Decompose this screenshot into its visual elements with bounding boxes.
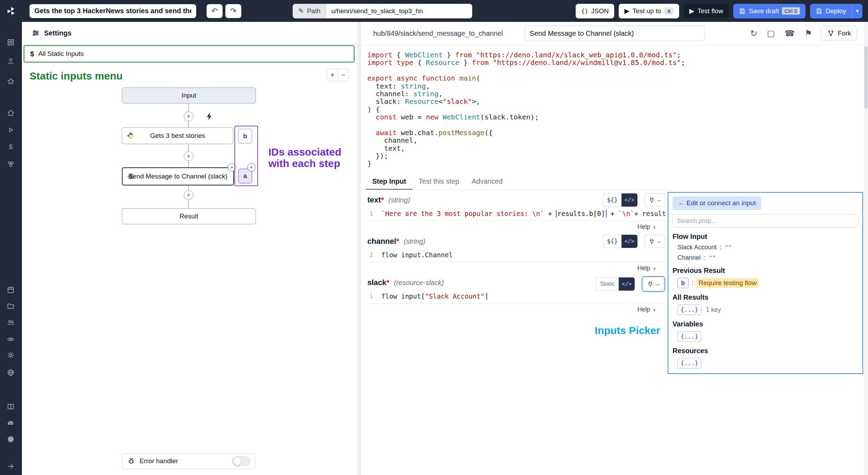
static-mode-button[interactable]: Static bbox=[596, 277, 619, 291]
groups-icon[interactable] bbox=[7, 318, 16, 327]
home-icon[interactable] bbox=[7, 109, 16, 118]
flag-icon[interactable]: ⚑ bbox=[804, 28, 812, 38]
node-move-handle[interactable]: + bbox=[228, 163, 236, 172]
prop-channel[interactable]: Channel : "" bbox=[677, 254, 858, 261]
variables-icon[interactable]: $ bbox=[7, 143, 16, 152]
result-node-label: Result bbox=[180, 212, 198, 220]
expand-icon[interactable]: ▢ bbox=[767, 28, 775, 38]
connect-input-button[interactable]: → bbox=[643, 277, 664, 291]
flow-node-result[interactable]: Result bbox=[122, 208, 256, 224]
error-handler[interactable]: Error handler bbox=[122, 453, 255, 469]
error-handler-toggle[interactable] bbox=[232, 456, 250, 466]
channel-expression-editor[interactable]: 1 flow_input.Channel bbox=[367, 251, 667, 262]
code-mode-button[interactable]: </> bbox=[619, 277, 635, 291]
expand-rail-arrow-icon[interactable] bbox=[7, 462, 16, 471]
user-icon[interactable] bbox=[7, 57, 16, 66]
redo-button[interactable]: ↷ bbox=[225, 4, 241, 18]
step-summary-input[interactable] bbox=[525, 26, 705, 41]
field-text-type: (string) bbox=[389, 196, 410, 204]
all-static-inputs-button[interactable]: $ All Static Inputs bbox=[25, 47, 353, 61]
deploy-group: Deploy ▾ bbox=[810, 4, 862, 18]
path-input[interactable] bbox=[326, 4, 472, 18]
help-link[interactable]: Help∨ bbox=[637, 223, 656, 231]
test-up-to-label: Test up to bbox=[633, 7, 661, 15]
windmill-logo[interactable] bbox=[0, 0, 22, 22]
deploy-button[interactable]: Deploy bbox=[810, 4, 852, 18]
flow-settings-header[interactable]: Settings bbox=[22, 22, 358, 44]
tab-step-input[interactable]: Step Input bbox=[366, 174, 412, 190]
insert-step-button[interactable]: + bbox=[184, 111, 193, 121]
audit-eye-icon[interactable] bbox=[7, 335, 16, 344]
help-link[interactable]: Help∨ bbox=[637, 265, 656, 272]
section-flow-input: Flow Input bbox=[673, 233, 858, 241]
trigger-bolt-icon[interactable] bbox=[205, 111, 215, 121]
workers-globe-icon[interactable] bbox=[7, 368, 16, 377]
save-draft-label: Save draft bbox=[749, 7, 779, 15]
resources-object-chip[interactable]: {...} bbox=[677, 358, 701, 368]
play-icon: ▶ bbox=[624, 7, 629, 15]
arrow-right-icon: → bbox=[656, 197, 662, 203]
undo-icon: ↶ bbox=[211, 7, 218, 15]
code-mode-button[interactable]: </> bbox=[621, 193, 637, 207]
json-button[interactable]: {} JSON bbox=[576, 4, 614, 18]
insert-step-button[interactable]: + bbox=[184, 151, 193, 161]
runs-icon[interactable] bbox=[7, 126, 16, 135]
scrollbar-track[interactable] bbox=[864, 22, 868, 475]
previous-result-b[interactable]: b : Require testing flow bbox=[677, 278, 858, 288]
flow-node-step-a[interactable]: Send Message to Channel (slack) bbox=[122, 167, 234, 185]
star-icon[interactable] bbox=[7, 77, 16, 86]
zoom-in-button[interactable]: + bbox=[327, 69, 338, 81]
flow-node-step-b[interactable]: Gets 3 best stories bbox=[122, 127, 233, 144]
text-expression-editor[interactable]: 1 `Here are the 3 most popular stories: … bbox=[367, 210, 667, 221]
node-move-handle[interactable]: + bbox=[247, 163, 256, 172]
resources-icon[interactable] bbox=[7, 160, 16, 169]
connect-input-button[interactable]: → bbox=[644, 235, 665, 248]
step-id-badge-b[interactable]: b bbox=[238, 129, 252, 143]
zoom-out-button[interactable]: − bbox=[338, 69, 349, 81]
phone-icon[interactable]: ☎ bbox=[785, 28, 795, 38]
fork-label: Fork bbox=[838, 30, 851, 37]
test-flow-button[interactable]: ▶ Test flow bbox=[684, 4, 729, 18]
hub-script-path[interactable]: hub/849/slack/send_message_to_channel bbox=[373, 30, 503, 38]
refresh-icon[interactable]: ↻ bbox=[750, 28, 757, 38]
flow-title-input[interactable] bbox=[30, 4, 196, 18]
github-icon[interactable] bbox=[7, 435, 16, 444]
path-chip[interactable]: ✎ Path bbox=[293, 4, 326, 18]
edit-connect-input-button[interactable]: ← Edit or connect an input bbox=[673, 196, 761, 210]
schedules-icon[interactable] bbox=[7, 286, 16, 295]
template-mode-button[interactable]: ${} bbox=[603, 193, 621, 207]
variables-row: {...} bbox=[677, 331, 858, 342]
slack-expression-editor[interactable]: 1 flow_input["Slack Account"] bbox=[367, 292, 667, 303]
tab-test-this-step[interactable]: Test this step bbox=[412, 174, 466, 190]
undo-button[interactable]: ↶ bbox=[207, 4, 223, 18]
test-up-to-button[interactable]: ▶ Test up to a bbox=[619, 4, 679, 18]
template-mode-button[interactable]: ${} bbox=[603, 235, 621, 248]
folders-icon[interactable] bbox=[7, 302, 16, 311]
save-draft-button[interactable]: Save draft Ctrl S bbox=[733, 4, 806, 18]
deploy-label: Deploy bbox=[826, 7, 846, 15]
connect-input-button[interactable]: → bbox=[644, 193, 665, 207]
prop-slack-account[interactable]: Slack Account : "" bbox=[677, 244, 858, 251]
variables-object-chip[interactable]: {...} bbox=[677, 331, 701, 342]
help-link[interactable]: Help∨ bbox=[637, 306, 656, 313]
all-static-inputs-label: All Static Inputs bbox=[38, 50, 84, 58]
settings-gear-icon[interactable] bbox=[7, 351, 16, 360]
annotation-step-ids: IDs associated with each step bbox=[268, 146, 341, 169]
all-results-object-chip[interactable]: {...} bbox=[677, 305, 701, 315]
flow-node-input[interactable]: Input bbox=[122, 88, 256, 103]
prop-search-input[interactable] bbox=[673, 214, 858, 227]
deploy-menu-button[interactable]: ▾ bbox=[852, 4, 862, 18]
insert-step-button[interactable]: + bbox=[184, 190, 193, 200]
annotation-static-inputs-menu: Static inputs menu bbox=[30, 70, 123, 82]
fork-button[interactable]: Fork bbox=[821, 26, 857, 41]
field-slack-type: (resource-slack) bbox=[394, 279, 444, 286]
discord-icon[interactable] bbox=[7, 419, 16, 428]
code-mode-button[interactable]: </> bbox=[621, 235, 637, 248]
scrollbar-thumb[interactable] bbox=[864, 46, 868, 109]
tab-advanced[interactable]: Advanced bbox=[465, 174, 509, 190]
grid-icon[interactable] bbox=[7, 38, 16, 47]
resources-row: {...} bbox=[677, 358, 858, 368]
shortcut-chip: Ctrl S bbox=[782, 7, 800, 15]
code-editor[interactable]: import { WebClient } from "https://deno.… bbox=[361, 45, 864, 168]
docs-book-icon[interactable] bbox=[7, 402, 16, 411]
